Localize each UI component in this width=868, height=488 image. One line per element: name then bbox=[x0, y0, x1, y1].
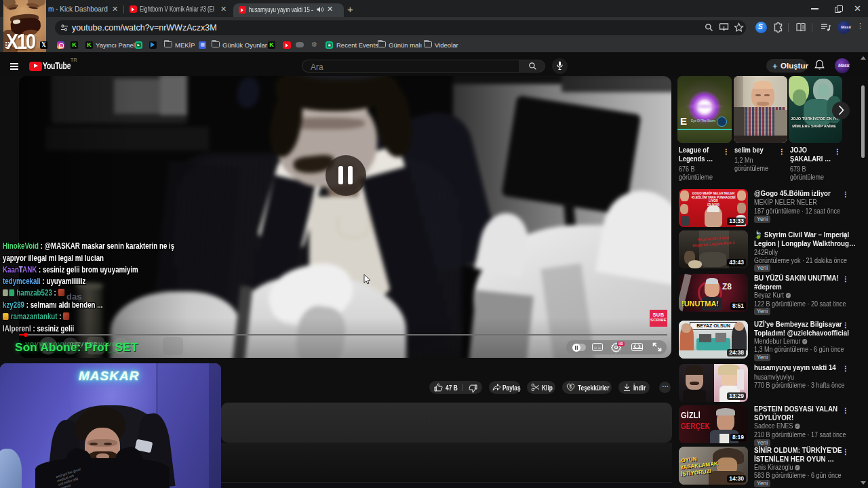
svg-text:$: $ bbox=[570, 384, 572, 389]
